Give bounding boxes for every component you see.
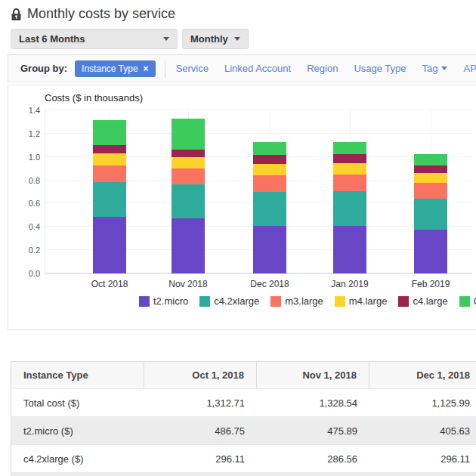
table-row-label: c4.2xlarge ($) (11, 445, 144, 472)
divider (165, 60, 165, 78)
bar-segment-c4-large-3[interactable] (333, 154, 366, 163)
bar-segment-m4-large-4[interactable] (414, 173, 447, 182)
bar-segment-c4-2xlarge-0[interactable] (93, 182, 126, 217)
y-tick-label: 0.8 (13, 176, 40, 185)
legend-label: c4.large (413, 295, 447, 307)
bar-segment-c4-2xlarge-2[interactable] (253, 192, 286, 227)
bar-segment-m3-large-0[interactable] (93, 165, 126, 182)
table-header-row: Instance TypeOct 1, 2018Nov 1, 2018Dec 1… (11, 362, 476, 388)
bar-segment-others-1[interactable] (172, 119, 205, 150)
group-by-option-api-operation[interactable]: API Operation (463, 63, 476, 74)
granularity-value: Monthly (190, 33, 228, 45)
y-tick-label: 1.4 (13, 106, 40, 115)
bar-segment-m3-large-3[interactable] (333, 175, 366, 191)
plot-area: 0.00.20.40.60.81.01.21.4 (8, 110, 476, 274)
date-range-dropdown[interactable]: Last 6 Months (11, 29, 178, 49)
legend-label: m3.large (285, 295, 323, 307)
y-tick-label: 1.2 (13, 129, 40, 138)
bar-segment-c4-2xlarge-4[interactable] (414, 199, 447, 230)
bar-segment-c4-2xlarge-1[interactable] (172, 184, 205, 218)
chevron-down-icon (441, 66, 447, 70)
legend-swatch-icon (459, 296, 470, 307)
table-body: Total cost ($)1,312.711,328.541,125.99t2… (11, 388, 476, 472)
table-header-cell: Nov 1, 2018 (257, 362, 369, 388)
legend-swatch-icon (199, 296, 210, 307)
bar-segment-m3-large-1[interactable] (172, 168, 205, 184)
bar-segment-m3-large-2[interactable] (253, 175, 286, 192)
legend-label: Others (474, 295, 476, 307)
legend-swatch-icon (270, 296, 281, 307)
table-cell-value: 475.89 (257, 417, 369, 444)
table-row: t2.micro ($)486.75475.89405.63 (11, 416, 476, 444)
bar-segment-m3-large-4[interactable] (414, 183, 447, 199)
bar-segment-others-4[interactable] (414, 154, 447, 165)
bar-segment-c4-large-0[interactable] (93, 145, 126, 154)
table-cell-value: 296.11 (144, 445, 257, 472)
y-axis-line (45, 110, 45, 274)
table-row-partial (11, 472, 476, 476)
table-cell-value: 296.11 (369, 445, 476, 472)
group-by-option-usage-type[interactable]: Usage Type (354, 63, 406, 74)
legend-item-others[interactable]: Others (459, 295, 476, 307)
group-by-options: ServiceLinked AccountRegionUsage TypeTag… (176, 63, 476, 74)
group-by-option-tag[interactable]: Tag (422, 63, 448, 74)
table-row: Total cost ($)1,312.711,328.541,125.99 (11, 388, 476, 416)
chart-title: Costs ($ in thousands) (45, 92, 143, 104)
bar-segment-m4-large-0[interactable] (93, 153, 126, 165)
bar-segment-c4-2xlarge-3[interactable] (333, 191, 366, 226)
group-by-bar: Group by: Instance Type × ServiceLinked … (8, 54, 476, 82)
legend-label: c4.2xlarge (214, 295, 259, 307)
bar-segment-c4-large-1[interactable] (172, 150, 205, 157)
bar-segment-m4-large-2[interactable] (253, 164, 286, 175)
bar-segment-others-3[interactable] (333, 142, 366, 155)
legend-label: m4.large (349, 295, 388, 307)
bar-segment-t2-micro-2[interactable] (253, 226, 286, 274)
bar-segment-m4-large-1[interactable] (172, 157, 205, 168)
legend-item-c4-large[interactable]: c4.large (398, 295, 447, 307)
group-by-option-linked-account[interactable]: Linked Account (224, 63, 291, 74)
legend-item-c4-2xlarge[interactable]: c4.2xlarge (199, 295, 259, 307)
group-by-label: Group by: (20, 63, 67, 74)
table-header-cell: Dec 1, 2018 (369, 362, 476, 388)
bar-segment-t2-micro-0[interactable] (93, 217, 126, 274)
y-tick-label: 0.4 (13, 222, 40, 231)
table-row: c4.2xlarge ($)296.11286.56296.11 (11, 444, 476, 472)
bar-segment-others-2[interactable] (253, 142, 286, 155)
table-cell-value: 1,125.99 (369, 389, 476, 416)
table-row-label: Total cost ($) (11, 389, 144, 416)
bar-segment-m4-large-3[interactable] (333, 163, 366, 175)
bar-segment-t2-micro-1[interactable] (172, 218, 205, 274)
gridline (45, 110, 472, 110)
group-by-active-pill[interactable]: Instance Type × (75, 60, 156, 77)
bar-segment-c4-large-2[interactable] (253, 155, 286, 164)
chart-card: Costs ($ in thousands) 0.00.20.40.60.81.… (8, 85, 476, 330)
y-tick-label: 0.0 (13, 269, 40, 278)
x-axis-label: Feb 2019 (397, 279, 465, 289)
group-by-option-service[interactable]: Service (176, 63, 209, 74)
x-axis-label: Nov 2018 (154, 279, 222, 289)
granularity-dropdown[interactable]: Monthly (182, 29, 249, 49)
chart-legend: t2.microc4.2xlargem3.largem4.largec4.lar… (139, 295, 476, 307)
bar-segment-c4-large-4[interactable] (414, 165, 447, 173)
table-row-label: t2.micro ($) (11, 417, 144, 444)
x-axis-label: Jan 2019 (316, 279, 384, 289)
chevron-down-icon (234, 37, 240, 41)
bar-segment-others-0[interactable] (93, 120, 126, 144)
group-by-active-label: Instance Type (82, 63, 138, 74)
table-cell-value: 1,328.54 (257, 389, 369, 416)
bar-segment-t2-micro-4[interactable] (414, 230, 447, 274)
page-title: Monthly costs by service (27, 6, 175, 22)
x-axis-label: Oct 2018 (76, 279, 144, 289)
legend-item-m3-large[interactable]: m3.large (270, 295, 323, 307)
table-cell-value: 1,312.71 (144, 389, 257, 416)
table-cell-value: 405.63 (369, 417, 476, 444)
legend-item-m4-large[interactable]: m4.large (335, 295, 388, 307)
lock-icon (11, 8, 22, 24)
group-by-option-region[interactable]: Region (307, 63, 338, 74)
close-icon[interactable]: × (144, 63, 149, 74)
bar-segment-t2-micro-3[interactable] (333, 226, 366, 274)
legend-item-t2-micro[interactable]: t2.micro (139, 295, 188, 307)
y-tick-label: 1.0 (13, 153, 40, 162)
date-range-value: Last 6 Months (19, 33, 157, 45)
table-cell-value: 286.56 (257, 445, 369, 472)
